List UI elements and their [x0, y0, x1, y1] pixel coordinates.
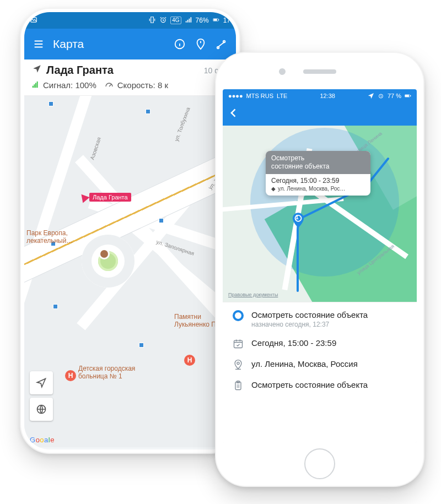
battery-percentage: 76% — [196, 17, 209, 24]
carrier-name: MTS RUS — [246, 93, 274, 99]
task-address-row: ул. Ленина, Москва, Россия — [233, 359, 407, 370]
android-app-bar: Карта — [24, 29, 236, 59]
task-pin[interactable]: 1 — [292, 213, 304, 230]
svg-rect-19 — [234, 340, 243, 348]
photo-icon — [30, 16, 37, 25]
map-callout[interactable]: Осмотреть состояние объекта Сегодня, 15:… — [266, 151, 370, 196]
callout-address: ул. Ленина, Москва, Рос… — [278, 186, 346, 192]
poi-dot-icon — [100, 250, 108, 258]
legal-link[interactable]: Правовые документы — [228, 292, 278, 297]
location-pin-icon — [233, 359, 244, 370]
menu-icon[interactable] — [32, 37, 45, 51]
task-description: Осмотреть состояние объекта — [251, 380, 368, 389]
transit-stop-icon — [146, 109, 150, 114]
pin-alert-icon[interactable] — [194, 37, 207, 51]
poi-monument-label: Памятни Лукьяненко П. — [174, 313, 218, 329]
svg-rect-8 — [33, 86, 34, 88]
map-canvas[interactable]: ул. Толбухина Азовская ул. Тем ул. Запол… — [24, 96, 236, 447]
clock-fragment: 17 — [223, 17, 230, 24]
map-layers-button[interactable] — [30, 398, 53, 421]
calendar-check-icon — [233, 338, 244, 349]
clock: 12:38 — [320, 93, 335, 99]
iphone-screen: ●●●● MTS RUS LTE 12:38 77 % — [223, 89, 417, 443]
clipboard-icon — [233, 380, 244, 391]
battery-icon — [212, 16, 220, 25]
street-label: ул. Толбухина — [173, 106, 191, 142]
task-title-row: Осмотреть состояние объекта назначено се… — [233, 310, 407, 328]
iphone-device-frame: ●●●● MTS RUS LTE 12:38 77 % — [215, 52, 424, 487]
info-icon[interactable] — [173, 37, 186, 51]
map-attribution: Gooale — [30, 436, 55, 444]
task-description-row: Осмотреть состояние объекта — [233, 380, 407, 391]
network-type: LTE — [277, 93, 287, 99]
signal-strength: Сигнал: 100% — [32, 80, 96, 90]
android-status-bar: 4G 76% 17 — [24, 12, 236, 29]
task-status-icon[interactable] — [233, 310, 244, 321]
network-badge: 4G — [170, 17, 181, 24]
diamond-icon: ◆ — [271, 186, 276, 192]
svg-rect-16 — [410, 95, 411, 96]
svg-rect-11 — [37, 82, 38, 88]
signal-dots-icon: ●●●● — [228, 93, 243, 99]
svg-rect-10 — [35, 83, 36, 88]
svg-point-20 — [237, 362, 239, 364]
android-screen: 4G 76% 17 Карта Лада Гранта 10 сек. — [24, 12, 236, 449]
task-title: Осмотреть состояние объекта — [251, 310, 368, 319]
alarm-icon — [378, 93, 384, 99]
battery-icon — [405, 93, 411, 99]
nav-arrow-icon — [32, 64, 42, 77]
svg-point-6 — [217, 47, 219, 49]
vehicle-marker[interactable]: Лада Гранта — [79, 193, 131, 202]
vehicle-marker-label: Лада Гранта — [89, 193, 131, 202]
ios-map-canvas[interactable]: улица Ленина улица Центральная 1 Осмотре… — [223, 126, 417, 302]
route-icon[interactable] — [215, 37, 228, 51]
street-label: Азовская — [89, 137, 102, 161]
transit-stop-icon — [49, 101, 53, 106]
svg-rect-4 — [218, 19, 219, 20]
svg-rect-9 — [34, 84, 35, 88]
task-assigned: назначено сегодня, 12:37 — [251, 321, 368, 328]
vehicle-heading-icon — [78, 191, 89, 203]
poi-hospital-label: Детская городская больница № 1 — [78, 365, 135, 381]
vibrate-icon — [148, 16, 156, 25]
svg-rect-15 — [405, 95, 409, 97]
battery-percentage: 77 % — [388, 93, 401, 99]
iphone-home-button[interactable] — [304, 448, 335, 479]
task-time: Сегодня, 15:00 - 23:59 — [251, 338, 336, 348]
vehicle-name[interactable]: Лада Гранта — [46, 64, 200, 77]
pin-number: 1 — [295, 214, 299, 220]
callout-time: Сегодня, 15:00 - 23:59 — [271, 177, 365, 185]
transit-stop-icon — [139, 343, 144, 348]
poi-park-label: Парк Европа, лекательный… — [26, 229, 73, 245]
page-title: Карта — [53, 37, 165, 51]
ios-status-bar: ●●●● MTS RUS LTE 12:38 77 % — [223, 89, 417, 102]
vehicle-info-bar: Лада Гранта 10 сек. Сигнал: 100% Скорост… — [24, 59, 236, 96]
speed-reading: Скорость: 8 к — [104, 80, 168, 90]
center-location-button[interactable] — [30, 371, 53, 394]
hospital-icon: H — [65, 370, 76, 381]
transit-stop-icon — [159, 218, 164, 223]
task-time-row: Сегодня, 15:00 - 23:59 — [233, 338, 407, 349]
back-button[interactable] — [228, 107, 239, 121]
iphone-camera — [279, 68, 286, 75]
map-roundabout — [82, 235, 135, 288]
transit-stop-icon — [53, 304, 58, 309]
hospital-icon: H — [184, 355, 195, 366]
ios-nav-bar — [223, 102, 417, 126]
svg-rect-3 — [213, 19, 217, 21]
location-icon — [368, 93, 374, 99]
map-road — [24, 96, 100, 333]
signal-icon — [185, 16, 192, 25]
iphone-earpiece — [303, 69, 336, 74]
task-detail-panel: Осмотреть состояние объекта назначено се… — [223, 302, 417, 443]
android-device-frame: 4G 76% 17 Карта Лада Гранта 10 сек. — [20, 8, 240, 454]
callout-title: Осмотреть состояние объекта — [266, 151, 370, 174]
task-address: ул. Ленина, Москва, Россия — [251, 359, 358, 368]
alarm-icon — [159, 16, 167, 25]
